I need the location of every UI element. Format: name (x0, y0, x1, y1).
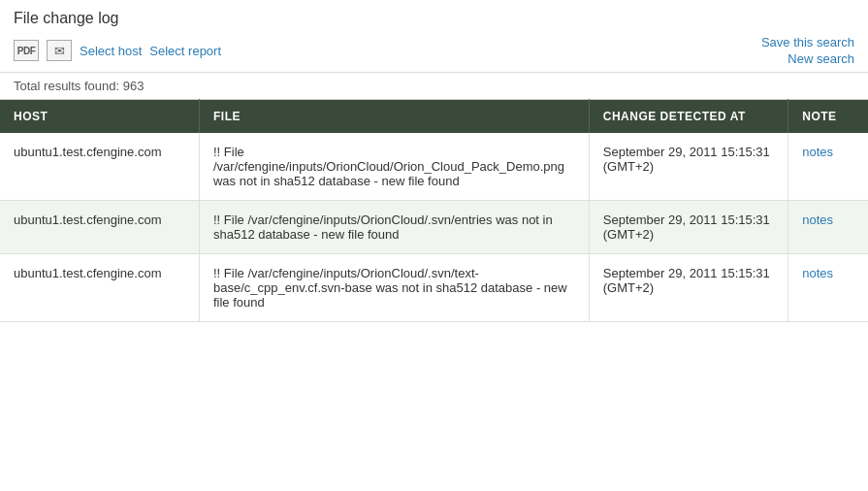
cell-note: notes (788, 133, 868, 201)
cell-note: notes (788, 201, 868, 254)
new-search-link[interactable]: New search (788, 51, 854, 66)
table-row: ubuntu1.test.cfengine.com!! File /var/cf… (0, 201, 868, 254)
envelope-icon: ✉ (54, 44, 65, 58)
col-header-file: FILE (199, 100, 589, 134)
select-host-link[interactable]: Select host (80, 44, 142, 58)
notes-link[interactable]: notes (802, 266, 833, 280)
col-header-note: NOTE (788, 100, 868, 134)
pdf-button[interactable]: PDF (14, 40, 39, 61)
page-title: File change log (14, 10, 854, 27)
cell-change-detected: September 29, 2011 15:15:31 (GMT+2) (589, 133, 788, 201)
cell-note: notes (788, 254, 868, 322)
save-search-link[interactable]: Save this search (761, 35, 854, 49)
cell-host: ubuntu1.test.cfengine.com (0, 254, 199, 322)
table-header-row: HOST FILE CHANGE DETECTED AT NOTE (0, 100, 868, 134)
col-header-change: CHANGE DETECTED AT (589, 100, 788, 134)
cell-file: !! File /var/cfengine/inputs/OrionCloud/… (199, 254, 589, 322)
notes-link[interactable]: notes (802, 145, 833, 159)
table-row: ubuntu1.test.cfengine.com!! File /var/cf… (0, 254, 868, 322)
results-count: Total results found: 963 (0, 73, 868, 99)
cell-change-detected: September 29, 2011 15:15:31 (GMT+2) (589, 254, 788, 322)
file-change-table: HOST FILE CHANGE DETECTED AT NOTE ubuntu… (0, 99, 868, 322)
cell-file: !! File /var/cfengine/inputs/OrionCloud/… (199, 133, 589, 201)
cell-host: ubuntu1.test.cfengine.com (0, 133, 199, 201)
select-report-link[interactable]: Select report (149, 44, 221, 58)
col-header-host: HOST (0, 100, 199, 134)
email-button[interactable]: ✉ (47, 40, 72, 61)
notes-link[interactable]: notes (802, 213, 833, 227)
cell-file: !! File /var/cfengine/inputs/OrionCloud/… (199, 201, 589, 254)
pdf-icon: PDF (17, 46, 36, 56)
table-row: ubuntu1.test.cfengine.com!! File /var/cf… (0, 133, 868, 201)
cell-host: ubuntu1.test.cfengine.com (0, 201, 199, 254)
cell-change-detected: September 29, 2011 15:15:31 (GMT+2) (589, 201, 788, 254)
